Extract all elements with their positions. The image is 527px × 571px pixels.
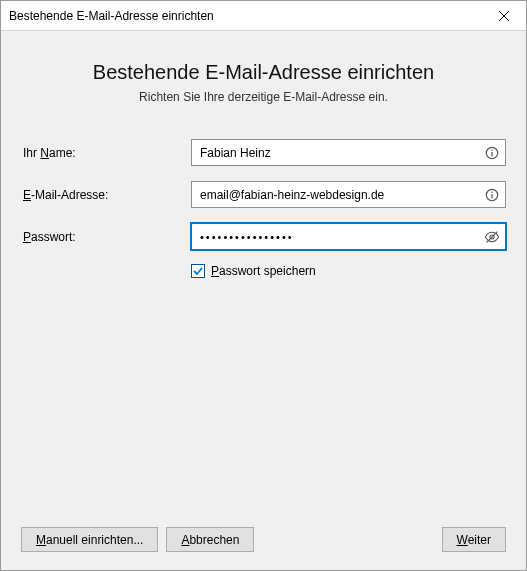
svg-rect-4 [491,149,492,150]
svg-rect-6 [491,193,492,197]
svg-rect-3 [491,151,492,155]
email-input[interactable] [191,181,506,208]
check-icon [193,266,203,276]
remember-label: Passwort speichern [211,264,316,278]
close-icon [499,11,509,21]
remember-checkbox[interactable] [191,264,205,278]
password-input[interactable] [191,223,506,250]
form: Ihr Name: E-Mail-Adresse: [21,139,506,250]
eye-off-icon[interactable] [484,229,500,245]
row-email: E-Mail-Adresse: [21,181,506,208]
page-subtitle: Richten Sie Ihre derzeitige E-Mail-Adres… [21,90,506,104]
window-title: Bestehende E-Mail-Adresse einrichten [9,9,214,23]
manual-setup-button[interactable]: Manuell einrichten... [21,527,158,552]
info-icon[interactable] [484,187,500,203]
row-password: Passwort: [21,223,506,250]
name-input[interactable] [191,139,506,166]
page-title: Bestehende E-Mail-Adresse einrichten [21,61,506,84]
svg-rect-7 [491,191,492,192]
password-label: Passwort: [21,230,191,244]
dialog-window: Bestehende E-Mail-Adresse einrichten Bes… [0,0,527,571]
cancel-button[interactable]: Abbrechen [166,527,254,552]
password-field-wrap [191,223,506,250]
email-field-wrap [191,181,506,208]
name-label: Ihr Name: [21,146,191,160]
info-icon[interactable] [484,145,500,161]
titlebar: Bestehende E-Mail-Adresse einrichten [1,1,526,31]
dialog-content: Bestehende E-Mail-Adresse einrichten Ric… [1,31,526,570]
email-label: E-Mail-Adresse: [21,188,191,202]
next-button[interactable]: Weiter [442,527,506,552]
remember-row: Passwort speichern [191,264,506,278]
name-field-wrap [191,139,506,166]
row-name: Ihr Name: [21,139,506,166]
close-button[interactable] [481,1,526,31]
button-bar: Manuell einrichten... Abbrechen Weiter [21,527,506,552]
